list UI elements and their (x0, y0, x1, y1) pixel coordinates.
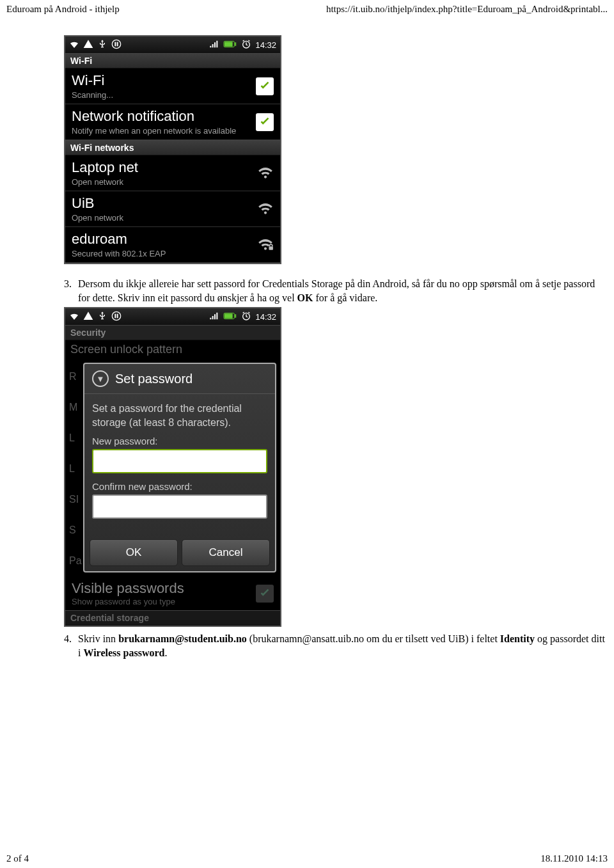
android-screenshot-setpassword: 14:32 Security Screen unlock pattern C C… (64, 307, 281, 627)
bg-letter: Pa (69, 555, 79, 567)
network-laptopnet[interactable]: Laptop net Open network (65, 155, 280, 191)
step-4-text-a: Skriv inn (78, 633, 118, 644)
signal-icon (209, 39, 219, 51)
net2-sub: Open network (72, 213, 123, 223)
dropdown-icon: ▼ (92, 370, 109, 387)
bg-letter: SI (69, 494, 79, 505)
wifi-toggle-row[interactable]: Wi-Fi Scanning... (65, 68, 280, 104)
new-password-input[interactable] (92, 449, 267, 473)
svg-rect-7 (269, 246, 273, 249)
vp-sub: Show password as you type (72, 597, 184, 606)
step-4-text-d: . (164, 647, 167, 658)
net3-sub: Secured with 802.1x EAP (72, 249, 166, 258)
svg-rect-10 (117, 313, 118, 318)
section-security: Security (65, 325, 280, 340)
section-credential-storage: Credential storage (65, 610, 280, 626)
print-header: Eduroam på Android - ithjelp https://it.… (0, 0, 614, 16)
svg-point-8 (112, 312, 120, 320)
network-uib[interactable]: UiB Open network (65, 191, 280, 227)
nn-sub: Notify me when an open network is availa… (72, 126, 236, 136)
notification-icon (83, 311, 93, 323)
section-networks: Wi-Fi networks (65, 140, 280, 155)
notification-icon (83, 39, 93, 51)
bg-letter: L (69, 463, 79, 475)
dialog-title-bar: ▼ Set password (84, 364, 275, 394)
wifi-signal-icon (257, 164, 274, 183)
wifi-checkbox-on[interactable] (256, 77, 274, 95)
step-3-body: Dersom du ikkje allereie har sett passor… (78, 277, 608, 304)
wifi-secure-icon (257, 235, 274, 255)
set-password-dialog: ▼ Set password Set a password for the cr… (83, 363, 276, 572)
step-4-body: Skriv inn brukarnamn@student.uib.no (bru… (78, 632, 608, 659)
net2-title: UiB (72, 195, 123, 212)
battery-icon (223, 40, 237, 50)
step-4-text-b: (brukarnamn@ansatt.uib.no om du er tilse… (247, 633, 500, 644)
status-bar: 14:32 (65, 308, 280, 325)
net3-title: eduroam (72, 231, 166, 248)
section-wifi: Wi-Fi (65, 53, 280, 68)
visible-passwords-row: Visible passwords Show password as you t… (65, 576, 280, 610)
svg-rect-13 (235, 314, 237, 318)
battery-icon (223, 312, 237, 322)
wifi-status-icon (69, 39, 79, 51)
usb-icon (97, 311, 107, 323)
wifi-signal-icon (257, 200, 274, 219)
network-eduroam[interactable]: eduroam Secured with 802.1x EAP (65, 227, 280, 263)
pause-icon (111, 39, 122, 51)
nn-title: Network notification (72, 108, 236, 125)
dialog-info: Set a password for the credential storag… (92, 402, 267, 429)
vp-checkbox (256, 585, 274, 603)
step-3-text-b: for å gå vidare. (313, 292, 377, 303)
confirm-password-input[interactable] (92, 494, 267, 519)
step-3-number: 3. (64, 277, 78, 304)
status-bar: 14:32 (65, 36, 280, 53)
svg-rect-12 (224, 313, 233, 318)
header-title: Eduroam på Android - ithjelp (6, 4, 120, 15)
alarm-icon (241, 39, 251, 51)
step-3: 3. Dersom du ikkje allereie har sett pas… (64, 272, 608, 307)
checkmark-icon (258, 79, 272, 93)
screen-unlock-pattern-row: Screen unlock pattern (65, 340, 280, 359)
wifi-status-icon (69, 311, 79, 323)
new-password-label: New password: (92, 436, 267, 446)
signal-icon (209, 311, 219, 323)
status-time: 14:32 (255, 312, 276, 322)
svg-point-0 (112, 40, 120, 48)
bg-letter: S (69, 525, 79, 536)
svg-rect-2 (117, 42, 118, 46)
bg-letter: L (69, 432, 79, 444)
step-4: 4. Skriv inn brukarnamn@student.uib.no (… (64, 627, 608, 662)
step-4-number: 4. (64, 632, 78, 659)
network-notification-row[interactable]: Network notification Notify me when an o… (65, 104, 280, 140)
pause-icon (111, 311, 122, 323)
alarm-icon (241, 311, 251, 323)
status-time: 14:32 (255, 40, 276, 50)
step-3-bold-ok: OK (297, 292, 313, 303)
svg-rect-5 (235, 42, 237, 46)
svg-rect-4 (224, 42, 233, 46)
net1-sub: Open network (72, 177, 138, 187)
android-screenshot-wifi: 14:32 Wi-Fi Wi-Fi Scanning... Network no… (64, 35, 281, 264)
vp-title: Visible passwords (72, 580, 184, 597)
ok-button[interactable]: OK (90, 539, 178, 566)
step-4-bold-identity: Identity (500, 633, 535, 644)
nn-checkbox-on[interactable] (256, 113, 274, 131)
checkmark-icon (258, 587, 272, 601)
step-4-bold-wp: Wireless password (83, 647, 164, 658)
svg-rect-9 (114, 313, 116, 318)
wifi-sub: Scanning... (72, 90, 113, 100)
net1-title: Laptop net (72, 159, 138, 176)
step-4-bold-user: brukarnamn@student.uib.no (118, 633, 247, 644)
checkmark-icon (258, 115, 272, 129)
dialog-title: Set password (115, 372, 193, 386)
confirm-password-label: Confirm new password: (92, 481, 267, 492)
usb-icon (97, 39, 107, 51)
bg-letter: M (69, 402, 79, 413)
svg-rect-1 (114, 42, 116, 46)
cancel-button[interactable]: Cancel (182, 539, 270, 566)
wifi-title: Wi-Fi (72, 72, 113, 89)
page-content: 14:32 Wi-Fi Wi-Fi Scanning... Network no… (0, 16, 614, 695)
header-url: https://it.uib.no/ithjelp/index.php?titl… (326, 4, 608, 15)
